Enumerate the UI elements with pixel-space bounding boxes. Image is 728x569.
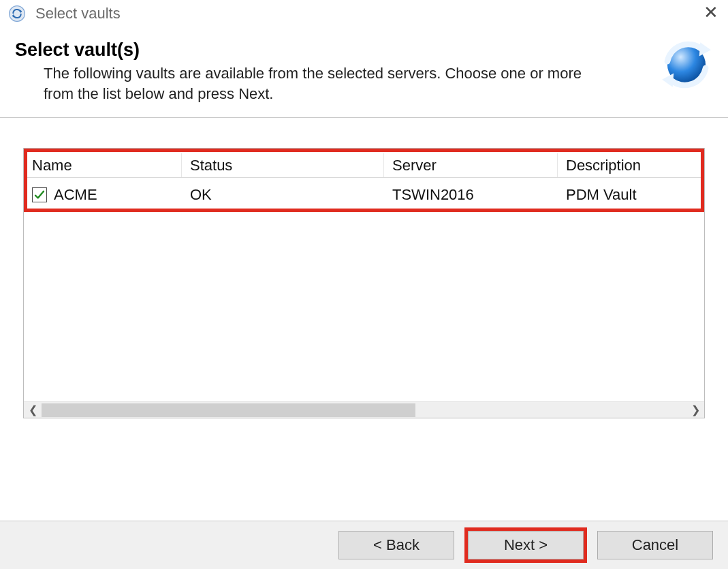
wizard-footer: < Back Next > Cancel xyxy=(0,521,728,569)
column-header-server[interactable]: Server xyxy=(384,153,558,177)
scroll-track[interactable] xyxy=(42,402,686,418)
scroll-left-icon[interactable]: ❮ xyxy=(24,402,42,418)
vault-description-cell: PDM Vault xyxy=(566,186,637,204)
back-button[interactable]: < Back xyxy=(338,531,454,559)
horizontal-scrollbar[interactable]: ❮ ❯ xyxy=(24,401,704,418)
vault-server-cell: TSWIN2016 xyxy=(392,186,474,204)
table-row[interactable]: ACME OK TSWIN2016 PDM Vault xyxy=(24,178,704,212)
column-header-description[interactable]: Description xyxy=(558,153,704,177)
svg-marker-5 xyxy=(662,73,674,87)
scroll-thumb[interactable] xyxy=(42,403,415,417)
vault-name-cell: ACME xyxy=(54,186,97,204)
column-header-status[interactable]: Status xyxy=(182,153,384,177)
page-heading: Select vault(s) xyxy=(15,40,713,61)
page-subtitle: The following vaults are available from … xyxy=(44,63,588,104)
vault-checkbox[interactable] xyxy=(32,187,47,202)
vault-status-cell: OK xyxy=(190,186,212,204)
app-sync-icon xyxy=(8,5,26,22)
cancel-button[interactable]: Cancel xyxy=(597,531,713,559)
titlebar: Select vaults ✕ xyxy=(0,0,728,27)
sync-globe-icon xyxy=(660,38,713,91)
wizard-header: Select vault(s) The following vaults are… xyxy=(0,27,728,118)
window-title: Select vaults xyxy=(35,5,121,22)
close-icon[interactable]: ✕ xyxy=(703,3,718,21)
column-header-name[interactable]: Name xyxy=(24,153,182,177)
table-header-row: Name Status Server Description ACME OK T… xyxy=(24,149,704,212)
list-empty-area xyxy=(24,212,704,401)
scroll-right-icon[interactable]: ❯ xyxy=(686,402,704,418)
svg-point-0 xyxy=(10,6,25,22)
svg-marker-4 xyxy=(699,42,711,56)
vault-list: Name Status Server Description ACME OK T… xyxy=(23,148,705,418)
wizard-body: Name Status Server Description ACME OK T… xyxy=(0,118,728,425)
next-button[interactable]: Next > xyxy=(468,531,584,559)
